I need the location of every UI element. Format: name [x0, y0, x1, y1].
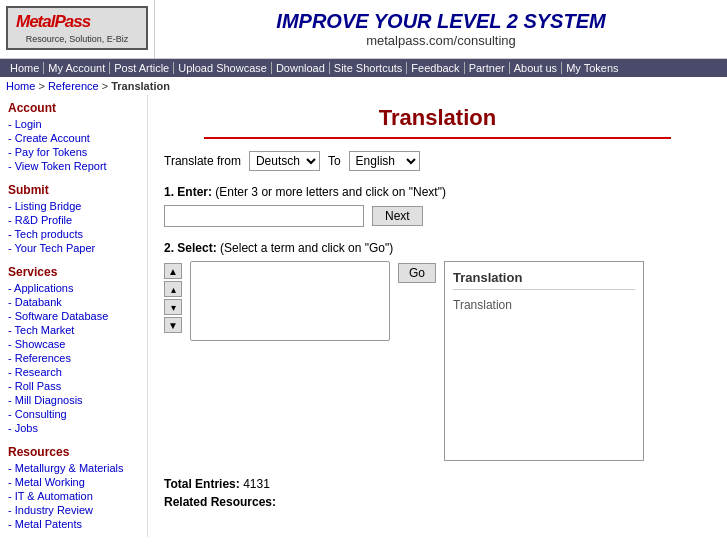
step1-text: (Enter 3 or more letters and click on "N… — [215, 185, 446, 199]
sidebar-link-softwaredatabase[interactable]: - Software Database — [8, 309, 139, 323]
right-column: Translation Translation — [444, 261, 644, 461]
step2-instruction: 2. Select: (Select a term and click on "… — [164, 241, 711, 255]
scroll-down-button[interactable]: ▼ — [164, 317, 182, 333]
nav-bar: HomeMy AccountPost ArticleUpload Showcas… — [0, 59, 727, 77]
nav-item-home[interactable]: Home — [6, 62, 44, 74]
title-divider — [204, 137, 671, 139]
to-label: To — [328, 154, 341, 168]
sidebar-link-techproducts[interactable]: - Tech products — [8, 227, 139, 241]
nav-item-partner[interactable]: Partner — [465, 62, 510, 74]
sidebar-link-payfortokens[interactable]: - Pay for Tokens — [8, 145, 139, 159]
breadcrumb: Home > Reference > Translation — [0, 77, 727, 95]
step2-label: 2. Select: — [164, 241, 217, 255]
banner-subtitle: metalpass.com/consulting — [366, 33, 516, 48]
sidebar-section-submit: Submit — [8, 183, 139, 197]
related-resources-label: Related Resources: — [164, 495, 711, 509]
term-input[interactable] — [164, 205, 364, 227]
sidebar-link-techmarket[interactable]: - Tech Market — [8, 323, 139, 337]
select-go-area: ▲ ▴ ▾ ▼ Go Translation Translation — [164, 261, 711, 461]
logo: Metal Pass Resource, Solution, E-Biz — [6, 6, 148, 50]
breadcrumb-reference[interactable]: Reference — [48, 80, 99, 92]
sidebar-link-references[interactable]: - References — [8, 351, 139, 365]
scroll-controls: ▲ ▴ ▾ ▼ — [164, 263, 182, 333]
logo-area: Metal Pass Resource, Solution, E-Biz — [0, 0, 155, 58]
sidebar-section-account: Account — [8, 101, 139, 115]
scroll-up-button[interactable]: ▲ — [164, 263, 182, 279]
from-language-select[interactable]: Deutsch English French — [249, 151, 320, 171]
step1-label: 1. Enter: — [164, 185, 212, 199]
logo-pass: Pass — [54, 12, 90, 32]
go-button[interactable]: Go — [398, 263, 436, 283]
page-title: Translation — [164, 105, 711, 131]
sidebar-section-resources: Resources — [8, 445, 139, 459]
translation-box: Translation Translation — [444, 261, 644, 461]
sidebar-link-login[interactable]: - Login — [8, 117, 139, 131]
sidebar-link-consulting[interactable]: - Consulting — [8, 407, 139, 421]
scroll-up-small-button[interactable]: ▴ — [164, 281, 182, 297]
translation-box-title: Translation — [453, 270, 635, 290]
translation-result: Translation — [453, 298, 635, 312]
next-button[interactable]: Next — [372, 206, 423, 226]
banner-title: Improve Your Level 2 System — [276, 10, 605, 33]
term-select-list[interactable] — [190, 261, 390, 341]
breadcrumb-home[interactable]: Home — [6, 80, 35, 92]
sidebar-link-viewtokenreport[interactable]: - View Token Report — [8, 159, 139, 173]
sidebar-link-industryreview[interactable]: - Industry Review — [8, 503, 139, 517]
total-entries-label: Total Entries: — [164, 477, 240, 491]
nav-item-site-shortcuts[interactable]: Site Shortcuts — [330, 62, 407, 74]
sidebar-link-createaccount[interactable]: - Create Account — [8, 131, 139, 145]
sidebar-link-rdprofile[interactable]: - R&D Profile — [8, 213, 139, 227]
sidebar-link-showcase[interactable]: - Showcase — [8, 337, 139, 351]
sidebar-link-itautomation[interactable]: - IT & Automation — [8, 489, 139, 503]
nav-item-post-article[interactable]: Post Article — [110, 62, 174, 74]
input-next-row: Next — [164, 205, 711, 227]
translate-from-label: Translate from — [164, 154, 241, 168]
nav-item-about-us[interactable]: About us — [510, 62, 562, 74]
breadcrumb-current: Translation — [111, 80, 170, 92]
logo-tagline: Resource, Solution, E-Biz — [16, 34, 138, 44]
to-language-select[interactable]: English Deutsch French — [349, 151, 420, 171]
sidebar-link-metallurgymaterials[interactable]: - Metallurgy & Materials — [8, 461, 139, 475]
sidebar-link-metalpatents[interactable]: - Metal Patents — [8, 517, 139, 531]
nav-item-feedback[interactable]: Feedback — [407, 62, 464, 74]
nav-item-upload-showcase[interactable]: Upload Showcase — [174, 62, 272, 74]
sidebar-link-jobs[interactable]: - Jobs — [8, 421, 139, 435]
nav-item-my-account[interactable]: My Account — [44, 62, 110, 74]
logo-metal: Metal — [16, 12, 54, 32]
sidebar-link-databank[interactable]: - Databank — [8, 295, 139, 309]
sidebar-link-yourtechpaper[interactable]: - Your Tech Paper — [8, 241, 139, 255]
sidebar-link-research[interactable]: - Research — [8, 365, 139, 379]
nav-item-my-tokens[interactable]: My Tokens — [562, 62, 622, 74]
total-entries-value: 4131 — [243, 477, 270, 491]
sidebar-link-rollpass[interactable]: - Roll Pass — [8, 379, 139, 393]
nav-item-download[interactable]: Download — [272, 62, 330, 74]
scroll-down-small-button[interactable]: ▾ — [164, 299, 182, 315]
sidebar-link-metalworking[interactable]: - Metal Working — [8, 475, 139, 489]
total-entries: Total Entries: 4131 — [164, 477, 711, 491]
sidebar-link-milldiagnosis[interactable]: - Mill Diagnosis — [8, 393, 139, 407]
content-area: Translation Translate from Deutsch Engli… — [148, 95, 727, 537]
step2-text: (Select a term and click on "Go") — [220, 241, 393, 255]
sidebar-link-listingbridge[interactable]: - Listing Bridge — [8, 199, 139, 213]
sidebar: Account- Login- Create Account- Pay for … — [0, 95, 148, 537]
sidebar-section-services: Services — [8, 265, 139, 279]
step1-instruction: 1. Enter: (Enter 3 or more letters and c… — [164, 185, 711, 199]
sidebar-link-applications[interactable]: - Applications — [8, 281, 139, 295]
translate-from-row: Translate from Deutsch English French To… — [164, 151, 711, 171]
banner-area: Improve Your Level 2 System metalpass.co… — [155, 0, 727, 58]
